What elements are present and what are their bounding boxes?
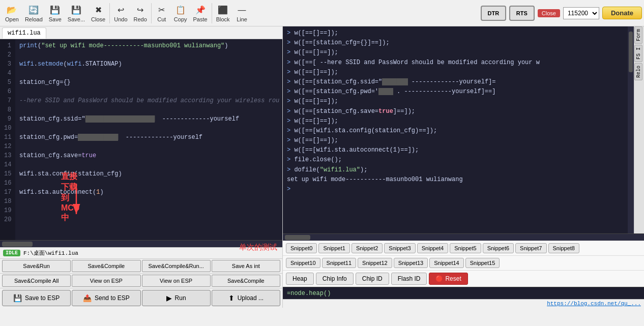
save-as-icon: 💾 [70,4,82,16]
copy-icon: 📋 [174,4,187,16]
snippet12-button[interactable]: Snippet12 [358,258,392,268]
terminal-line-4: > w([==[ --here SSID and PassWord should… [287,58,624,68]
cut-button[interactable]: ✂ Cut [153,3,171,23]
save-as-int-button[interactable]: Save As int [212,260,280,272]
snippet2-button[interactable]: Snippet2 [352,243,383,253]
dtr-button[interactable]: DTR [481,6,506,21]
save-compile-button[interactable]: Save&Compile [72,260,140,272]
left-panel: wifi1.lua 12345 678910 1112131415 161718… [0,26,283,308]
v-scroll-thumb[interactable] [629,32,633,72]
link-bar[interactable]: https://blog.csdn.net/qu_... [283,299,644,308]
view-on-esp-button-1[interactable]: View on ESP [72,275,140,287]
action-row-2: Save&Compile All View on ESP View on ESP… [0,273,282,288]
reload-button[interactable]: 🔄 Reload [22,3,46,23]
terminal-line-1: > w([==[]==]); [287,28,624,38]
terminal-v-scrollbar[interactable] [628,26,634,233]
h-scroll-thumb[interactable] [2,242,33,247]
code-editor[interactable]: 12345 678910 1112131415 1617181920 print… [0,39,282,240]
save-compile-all-button[interactable]: Save&Compile All [2,275,71,287]
baud-rate-select[interactable]: 9600 19200 38400 57600 115200 230400 [563,7,599,19]
chip-id-button[interactable]: Chip ID [356,273,389,285]
action-row-2-wrapper: Save&Compile All View on ESP View on ESP… [0,273,282,288]
snippet1-button[interactable]: Snippet1 [318,243,349,253]
snippet5-button[interactable]: Snippet5 [450,243,481,253]
undo-icon: ↩ [114,4,127,16]
line-icon: — [236,4,248,16]
view-on-esp-button-2[interactable]: View on ESP [142,275,211,287]
copy-button[interactable]: 📋 Copy [171,3,190,23]
terminal[interactable]: > w([==[]==]); > w([==[station_cfg={}]==… [283,26,628,233]
block-button[interactable]: ⬛ Block [213,3,233,23]
t-scroll-thumb[interactable] [285,235,310,240]
sidebar-forms[interactable]: Form [634,26,642,44]
terminal-line-9: > w([==[station_cfg.save=true]==]); [287,107,624,116]
terminal-line-17: > [287,185,624,194]
toolbar: 📂 Open 🔄 Reload 💾 Save 💾 Save... ✖ Close… [0,0,644,26]
info-btn-row: Heap Chip Info Chip ID Flash ID 🔴 Reset [283,270,644,287]
terminal-h-scrollbar[interactable] [283,233,644,241]
upload-icon: ⬆ [228,294,235,302]
block-icon: ⬛ [217,4,229,16]
snippet14-button[interactable]: Snippet14 [429,258,464,268]
line-numbers: 12345 678910 1112131415 1617181920 [0,39,15,240]
reset-button[interactable]: 🔴 Reset [429,273,467,285]
editor-h-scrollbar[interactable] [0,240,282,247]
terminal-line-12: > w([==[]==]); [287,136,624,145]
send-to-esp-button[interactable]: 📤 Send to ESP [72,290,140,306]
donate-button[interactable]: Donate [602,7,642,19]
terminal-line-3: > w([==[]==]); [287,48,624,57]
terminal-line-11: > w([==[wifi.sta.config(station_cfg)==])… [287,126,624,136]
sidebar-reload[interactable]: Relo [634,63,642,80]
snippet6-button[interactable]: Snippet6 [483,243,514,253]
save-compile-run-button[interactable]: Save&Compile&Run... [142,260,211,272]
upload-button[interactable]: ⬆ Upload ... [212,290,280,306]
save-run-button[interactable]: Save&Run [2,260,71,272]
snippet7-button[interactable]: Snippet7 [515,243,546,253]
line-button[interactable]: — Line [233,3,251,23]
separator-3 [212,3,212,23]
connection-close-button[interactable]: Close [538,9,560,17]
main-layout: wifi1.lua 12345 678910 1112131415 161718… [0,26,644,308]
snippet11-button[interactable]: Snippet11 [322,258,357,268]
reload-icon: 🔄 [27,4,40,16]
snippet13-button[interactable]: Snippet13 [394,258,428,268]
sidebar-fs[interactable]: FS I [634,45,642,62]
snippet4-button[interactable]: Snippet4 [417,243,448,253]
snippet8-button[interactable]: Snippet8 [548,243,579,253]
save-button[interactable]: 💾 Save [46,3,65,23]
flash-id-button[interactable]: Flash ID [391,273,427,285]
undo-button[interactable]: ↩ Undo [111,3,130,23]
run-button[interactable]: ▶ Run [142,290,211,306]
run-icon: ▶ [166,294,172,302]
save-compile-button-2[interactable]: Save&Compile [212,275,280,287]
status-bar: IDLE F:\桌面\wifi1.lua [0,247,282,258]
terminal-line-16: set up wifi mode-----------masunbo001 wu… [287,175,624,185]
terminal-line-7: > w([==[station_cfg.pwd='████ . --------… [287,87,624,97]
rts-button[interactable]: RTS [509,6,535,21]
code-content-area[interactable]: print("set up wifi mode-----------masunb… [15,39,282,240]
snippet0-button[interactable]: Snippet0 [286,243,317,253]
idle-badge: IDLE [3,250,20,256]
close-button[interactable]: ✖ Close [88,3,108,23]
terminal-line-2: > w([==[station_cfg={}]==]); [287,38,624,48]
paste-icon: 📌 [194,4,207,16]
link-url[interactable]: https://blog.csdn.net/qu_... [547,301,641,307]
action-row-1: Save&Run Save&Compile Save&Compile&Run..… [0,258,282,273]
save-as-button[interactable]: 💾 Save... [65,3,88,23]
save-to-esp-icon: 💾 [13,294,22,302]
tab-wifi1[interactable]: wifi1.lua [2,27,46,39]
snippet-row-1: Snippet0 Snippet1 Snippet2 Snippet3 Snip… [283,241,644,255]
save-to-esp-button[interactable]: 💾 Save to ESP [2,290,71,306]
paste-button[interactable]: 📌 Paste [190,3,211,23]
chip-info-button[interactable]: Chip Info [316,273,354,285]
output-text: =node.heap() [287,290,331,297]
open-button[interactable]: 📂 Open [2,3,22,23]
file-path: F:\桌面\wifi1.lua [23,249,78,257]
send-to-esp-icon: 📤 [83,294,92,302]
redo-button[interactable]: ↪ Redo [131,3,150,23]
snippet3-button[interactable]: Snippet3 [384,243,415,253]
right-sidebar: Form FS I Relo [634,26,644,233]
heap-button[interactable]: Heap [286,273,314,285]
snippet10-button[interactable]: Snippet10 [286,258,320,268]
snippet15-button[interactable]: Snippet15 [465,258,500,268]
